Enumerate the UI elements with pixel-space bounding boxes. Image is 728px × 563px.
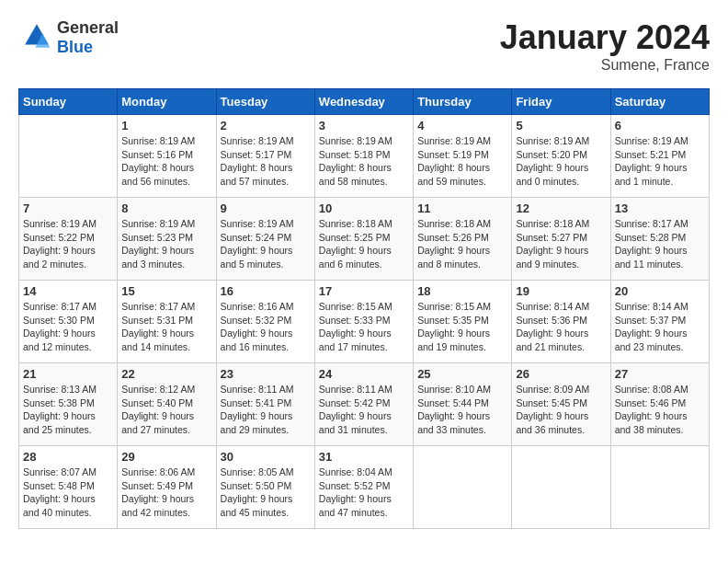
calendar-table: SundayMondayTuesdayWednesdayThursdayFrid… <box>18 88 710 529</box>
day-info: Sunrise: 8:06 AMSunset: 5:49 PMDaylight:… <box>121 465 211 520</box>
day-cell: 28Sunrise: 8:07 AMSunset: 5:48 PMDayligh… <box>19 446 118 529</box>
header-cell-saturday: Saturday <box>610 89 709 115</box>
day-cell: 21Sunrise: 8:13 AMSunset: 5:38 PMDayligh… <box>19 363 118 446</box>
day-cell: 9Sunrise: 8:19 AMSunset: 5:24 PMDaylight… <box>216 198 314 281</box>
day-number: 1 <box>121 119 211 132</box>
logo: General Blue <box>18 18 119 57</box>
day-info: Sunrise: 8:05 AMSunset: 5:50 PMDaylight:… <box>221 465 311 520</box>
day-cell <box>19 115 118 198</box>
day-number: 28 <box>23 450 113 464</box>
day-cell: 4Sunrise: 8:19 AMSunset: 5:19 PMDaylight… <box>414 115 512 198</box>
day-cell: 10Sunrise: 8:18 AMSunset: 5:25 PMDayligh… <box>314 198 413 281</box>
day-info: Sunrise: 8:19 AMSunset: 5:18 PMDaylight:… <box>319 134 409 189</box>
day-cell: 8Sunrise: 8:19 AMSunset: 5:23 PMDaylight… <box>118 198 216 281</box>
day-info: Sunrise: 8:19 AMSunset: 5:17 PMDaylight:… <box>221 134 311 189</box>
day-cell: 25Sunrise: 8:10 AMSunset: 5:44 PMDayligh… <box>414 363 512 446</box>
header-cell-sunday: Sunday <box>19 89 118 115</box>
day-number: 4 <box>417 119 507 132</box>
day-cell: 20Sunrise: 8:14 AMSunset: 5:37 PMDayligh… <box>610 281 709 363</box>
day-number: 19 <box>516 284 606 298</box>
day-cell: 3Sunrise: 8:19 AMSunset: 5:18 PMDaylight… <box>314 115 413 198</box>
day-number: 26 <box>516 367 606 381</box>
day-info: Sunrise: 8:18 AMSunset: 5:26 PMDaylight:… <box>417 217 507 271</box>
day-cell: 15Sunrise: 8:17 AMSunset: 5:31 PMDayligh… <box>118 281 216 363</box>
header-cell-friday: Friday <box>512 89 610 115</box>
logo-blue: Blue <box>57 38 119 57</box>
day-info: Sunrise: 8:19 AMSunset: 5:22 PMDaylight:… <box>23 217 113 271</box>
day-cell <box>414 446 512 529</box>
week-row-5: 28Sunrise: 8:07 AMSunset: 5:48 PMDayligh… <box>19 446 710 529</box>
day-info: Sunrise: 8:19 AMSunset: 5:24 PMDaylight:… <box>221 217 311 271</box>
day-number: 25 <box>417 367 507 381</box>
logo-general: General <box>57 18 119 38</box>
day-number: 6 <box>615 119 705 132</box>
day-cell: 18Sunrise: 8:15 AMSunset: 5:35 PMDayligh… <box>414 281 512 363</box>
day-number: 23 <box>221 367 311 381</box>
day-number: 17 <box>319 284 409 298</box>
day-number: 14 <box>23 284 113 298</box>
day-number: 29 <box>121 450 211 464</box>
week-row-3: 14Sunrise: 8:17 AMSunset: 5:30 PMDayligh… <box>19 281 710 363</box>
day-cell: 17Sunrise: 8:15 AMSunset: 5:33 PMDayligh… <box>314 281 413 363</box>
title-block: January 2024 Sumene, France <box>500 18 710 74</box>
day-number: 5 <box>516 119 606 132</box>
day-number: 31 <box>319 450 409 464</box>
calendar-body: 1Sunrise: 8:19 AMSunset: 5:16 PMDaylight… <box>19 115 710 529</box>
month-title: January 2024 <box>500 18 710 57</box>
day-number: 10 <box>319 201 409 215</box>
day-info: Sunrise: 8:10 AMSunset: 5:44 PMDaylight:… <box>417 383 507 437</box>
day-info: Sunrise: 8:18 AMSunset: 5:27 PMDaylight:… <box>516 217 606 271</box>
day-number: 16 <box>221 284 311 298</box>
location: Sumene, France <box>500 57 710 74</box>
header-cell-tuesday: Tuesday <box>216 89 314 115</box>
day-number: 30 <box>221 450 311 464</box>
day-info: Sunrise: 8:15 AMSunset: 5:35 PMDaylight:… <box>417 300 507 354</box>
day-cell: 2Sunrise: 8:19 AMSunset: 5:17 PMDaylight… <box>216 115 314 198</box>
day-info: Sunrise: 8:17 AMSunset: 5:30 PMDaylight:… <box>23 300 113 354</box>
day-info: Sunrise: 8:19 AMSunset: 5:16 PMDaylight:… <box>121 134 211 189</box>
day-number: 18 <box>417 284 507 298</box>
day-cell: 16Sunrise: 8:16 AMSunset: 5:32 PMDayligh… <box>216 281 314 363</box>
week-row-1: 1Sunrise: 8:19 AMSunset: 5:16 PMDaylight… <box>19 115 710 198</box>
day-cell: 11Sunrise: 8:18 AMSunset: 5:26 PMDayligh… <box>414 198 512 281</box>
day-info: Sunrise: 8:19 AMSunset: 5:19 PMDaylight:… <box>417 134 507 189</box>
header-cell-wednesday: Wednesday <box>314 89 413 115</box>
day-cell: 6Sunrise: 8:19 AMSunset: 5:21 PMDaylight… <box>610 115 709 198</box>
day-info: Sunrise: 8:17 AMSunset: 5:28 PMDaylight:… <box>615 217 705 271</box>
day-number: 15 <box>121 284 211 298</box>
week-row-4: 21Sunrise: 8:13 AMSunset: 5:38 PMDayligh… <box>19 363 710 446</box>
day-cell <box>610 446 709 529</box>
day-cell: 5Sunrise: 8:19 AMSunset: 5:20 PMDaylight… <box>512 115 610 198</box>
calendar-header: SundayMondayTuesdayWednesdayThursdayFrid… <box>19 89 710 115</box>
day-cell: 12Sunrise: 8:18 AMSunset: 5:27 PMDayligh… <box>512 198 610 281</box>
day-cell: 29Sunrise: 8:06 AMSunset: 5:49 PMDayligh… <box>118 446 216 529</box>
day-cell: 1Sunrise: 8:19 AMSunset: 5:16 PMDaylight… <box>118 115 216 198</box>
day-cell: 31Sunrise: 8:04 AMSunset: 5:52 PMDayligh… <box>314 446 413 529</box>
day-info: Sunrise: 8:04 AMSunset: 5:52 PMDaylight:… <box>319 465 409 520</box>
day-number: 7 <box>23 201 113 215</box>
day-number: 3 <box>319 119 409 132</box>
day-info: Sunrise: 8:19 AMSunset: 5:23 PMDaylight:… <box>121 217 211 271</box>
day-info: Sunrise: 8:12 AMSunset: 5:40 PMDaylight:… <box>121 383 211 437</box>
logo-icon <box>22 21 51 51</box>
day-info: Sunrise: 8:16 AMSunset: 5:32 PMDaylight:… <box>221 300 311 354</box>
day-info: Sunrise: 8:11 AMSunset: 5:42 PMDaylight:… <box>319 383 409 437</box>
day-cell: 24Sunrise: 8:11 AMSunset: 5:42 PMDayligh… <box>314 363 413 446</box>
day-info: Sunrise: 8:14 AMSunset: 5:36 PMDaylight:… <box>516 300 606 354</box>
day-cell: 7Sunrise: 8:19 AMSunset: 5:22 PMDaylight… <box>19 198 118 281</box>
header-cell-monday: Monday <box>118 89 216 115</box>
day-cell: 13Sunrise: 8:17 AMSunset: 5:28 PMDayligh… <box>610 198 709 281</box>
day-info: Sunrise: 8:13 AMSunset: 5:38 PMDaylight:… <box>23 383 113 437</box>
day-cell: 22Sunrise: 8:12 AMSunset: 5:40 PMDayligh… <box>118 363 216 446</box>
day-info: Sunrise: 8:18 AMSunset: 5:25 PMDaylight:… <box>319 217 409 271</box>
page-header: General Blue January 2024 Sumene, France <box>18 18 710 74</box>
day-info: Sunrise: 8:09 AMSunset: 5:45 PMDaylight:… <box>516 383 606 437</box>
day-number: 22 <box>121 367 211 381</box>
day-number: 11 <box>417 201 507 215</box>
day-info: Sunrise: 8:19 AMSunset: 5:20 PMDaylight:… <box>516 134 606 189</box>
day-number: 21 <box>23 367 113 381</box>
day-cell <box>512 446 610 529</box>
day-number: 2 <box>221 119 311 132</box>
day-info: Sunrise: 8:11 AMSunset: 5:41 PMDaylight:… <box>221 383 311 437</box>
day-cell: 23Sunrise: 8:11 AMSunset: 5:41 PMDayligh… <box>216 363 314 446</box>
